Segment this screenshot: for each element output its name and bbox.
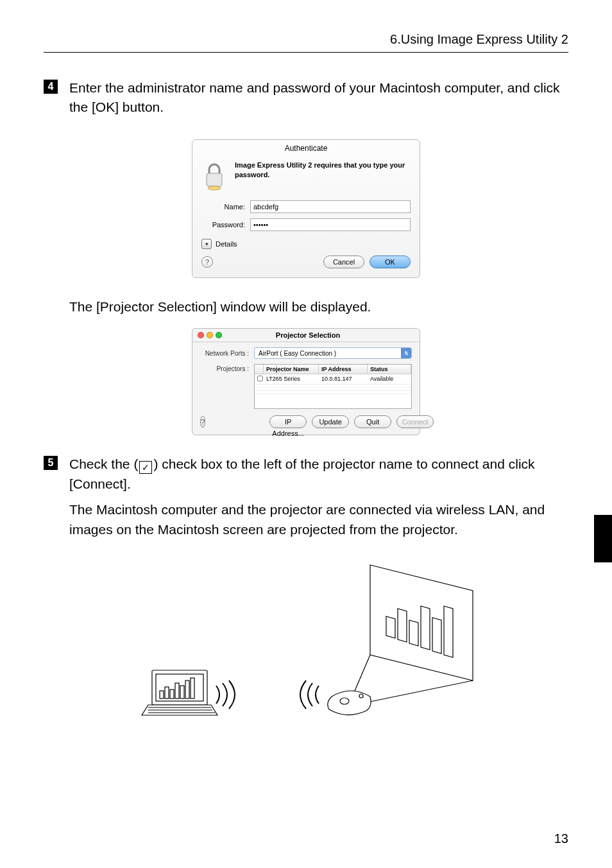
quit-button[interactable]: Quit — [354, 415, 391, 428]
step-5: 5 Check the (✓) check box to the left of… — [44, 455, 568, 546]
svg-rect-7 — [165, 687, 169, 699]
cell-status: Available — [368, 374, 411, 384]
projector-selection-window: Projector Selection Network Ports : AirP… — [192, 328, 420, 435]
svg-rect-9 — [175, 683, 179, 699]
lock-icon — [201, 161, 227, 191]
svg-rect-0 — [207, 173, 222, 186]
step-5-text: Check the (✓) check box to the left of t… — [69, 455, 568, 494]
details-label[interactable]: Details — [216, 240, 237, 248]
svg-rect-10 — [180, 686, 184, 699]
chapter-header: 6.Using Image Express Utility 2 — [44, 32, 568, 53]
ip-address-button[interactable]: IP Address... — [269, 415, 307, 428]
page-number: 13 — [554, 831, 568, 846]
cell-ip: 10.0.81.147 — [319, 374, 368, 384]
step-4: 4 Enter the administrator name and passw… — [44, 78, 568, 124]
svg-point-2 — [340, 698, 349, 704]
wireless-projection-illustration — [126, 559, 486, 725]
step-5-para: The Macintosh computer and the projector… — [69, 500, 568, 539]
step-4-text: Enter the administrator name and passwor… — [69, 78, 568, 117]
network-ports-value: AirPort ( Easy Connection ) — [259, 350, 336, 357]
update-button[interactable]: Update — [312, 415, 349, 428]
cell-projector-name: LT265 Series — [264, 374, 319, 384]
step-number-5: 5 — [44, 456, 58, 470]
col-projector-name: Projector Name — [264, 365, 319, 374]
details-disclosure-icon[interactable]: ▾ — [201, 239, 212, 249]
checkbox-icon: ✓ — [139, 461, 152, 474]
table-row[interactable]: LT265 Series 10.0.81.147 Available — [255, 374, 411, 385]
cancel-button[interactable]: Cancel — [323, 256, 364, 268]
auth-title: Authenticate — [192, 144, 420, 157]
projector-window-title: Projector Selection — [201, 331, 414, 339]
projectors-label: Projectors : — [200, 364, 254, 409]
connect-button[interactable]: Connect — [396, 415, 434, 428]
svg-point-3 — [359, 694, 363, 698]
side-tab — [594, 515, 612, 562]
password-label: Password: — [201, 221, 250, 229]
network-ports-label: Network Ports : — [200, 350, 254, 357]
help-icon[interactable]: ? — [200, 416, 205, 428]
col-status: Status — [368, 365, 411, 374]
password-field[interactable] — [250, 218, 411, 231]
name-field[interactable] — [250, 200, 411, 213]
help-icon[interactable]: ? — [201, 256, 213, 268]
auth-message: Image Express Utility 2 requires that yo… — [235, 161, 411, 180]
svg-point-1 — [208, 186, 221, 190]
svg-rect-11 — [185, 681, 189, 699]
dropdown-arrows-icon: ⇅ — [401, 348, 411, 358]
name-label: Name: — [201, 203, 250, 211]
step-4-result-text: The [Projector Selection] window will be… — [69, 297, 568, 317]
projector-checkbox[interactable] — [257, 376, 263, 381]
svg-rect-12 — [191, 678, 194, 699]
svg-rect-6 — [160, 691, 164, 699]
projectors-table: Projector Name IP Address Status LT265 S… — [254, 364, 412, 409]
authenticate-dialog: Authenticate Image Express Utility 2 req… — [192, 139, 420, 278]
col-ip-address: IP Address — [319, 365, 368, 374]
ok-button[interactable]: OK — [370, 256, 411, 268]
step-number-4: 4 — [44, 80, 58, 94]
svg-rect-8 — [170, 690, 174, 699]
network-ports-select[interactable]: AirPort ( Easy Connection ) ⇅ — [254, 347, 412, 359]
